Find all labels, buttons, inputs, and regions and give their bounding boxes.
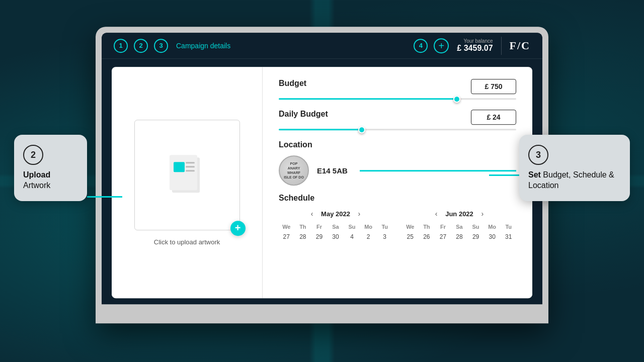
may-day-2[interactable]: 2 [361, 232, 376, 242]
may-day-30[interactable]: 30 [328, 232, 344, 242]
jun-col-th: Th [419, 223, 435, 231]
jun-col-su: Su [468, 223, 484, 231]
may-day-27[interactable]: 27 [279, 232, 294, 242]
location-row: POPANARYWHARFISLE OF DO E14 5AB [279, 155, 516, 186]
balance-label: Your balance [457, 38, 493, 44]
daily-budget-value[interactable]: £ 24 [471, 110, 516, 125]
jun-col-tu: Tu [501, 223, 516, 231]
upload-plus-icon[interactable]: + [230, 221, 246, 236]
may-next-btn[interactable]: › [354, 209, 364, 219]
document-icon [170, 155, 205, 195]
nav-divider [501, 37, 502, 55]
may-month-label: May 2022 [321, 210, 350, 218]
logo: F/C [510, 39, 530, 52]
left-panel: + Click to upload artwork [112, 67, 263, 298]
may-header: ‹ May 2022 › [279, 209, 392, 219]
may-col-su: Su [344, 223, 360, 231]
top-nav: 1 2 3 Campaign details 4 + Your balance … [102, 33, 542, 59]
daily-budget-row: Daily Budget £ 24 [279, 110, 516, 125]
may-day-29[interactable]: 29 [311, 232, 327, 242]
budget-title: Budget [279, 79, 306, 88]
doc-page-front [170, 155, 197, 190]
jun-calendar: ‹ Jun 2022 › We Th Fr Sa Su Mo [403, 209, 516, 242]
badge-3-text: Budget, Schedule & Location [528, 170, 614, 190]
connector-right [489, 174, 519, 176]
map-text: POPANARYWHARFISLE OF DO [284, 161, 304, 179]
budget-slider-fill [279, 98, 457, 100]
schedule-title: Schedule [279, 194, 516, 203]
nav-right: + Your balance £ 3459.07 F/C [434, 37, 530, 55]
step-4[interactable]: 4 [414, 39, 428, 53]
jun-col-we: We [403, 223, 418, 231]
budget-row: Budget £ 750 [279, 79, 516, 94]
badge-2-text: Artwork [23, 181, 50, 190]
schedule-section: Schedule ‹ May 2022 › We Th [279, 194, 516, 242]
badge-upload-artwork: 2 Upload Artwork [14, 135, 87, 201]
budget-slider-track[interactable] [279, 98, 516, 100]
jun-col-sa: Sa [452, 223, 467, 231]
postcode: E14 5AB [317, 166, 348, 175]
jun-day-31[interactable]: 31 [501, 232, 516, 242]
daily-budget-title: Daily Budget [279, 110, 328, 119]
location-title: Location [279, 140, 516, 149]
badge-2-bold: Upload [23, 170, 50, 179]
step-3-active[interactable]: 3 [154, 39, 168, 53]
jun-day-30[interactable]: 30 [485, 232, 500, 242]
location-line [360, 170, 516, 171]
jun-day-25[interactable]: 25 [403, 232, 418, 242]
may-grid: We Th Fr Sa Su Mo Tu 27 28 29 30 [279, 223, 392, 242]
jun-header: ‹ Jun 2022 › [403, 209, 516, 219]
jun-day-26[interactable]: 26 [419, 232, 435, 242]
jun-prev-btn[interactable]: ‹ [431, 209, 441, 219]
budget-slider-container [279, 98, 516, 100]
jun-day-29[interactable]: 29 [468, 232, 484, 242]
calendars-row: ‹ May 2022 › We Th Fr Sa Su Mo [279, 209, 516, 242]
jun-day-28[interactable]: 28 [452, 232, 467, 242]
right-panel: Budget £ 750 Daily Budget £ 24 [263, 67, 532, 298]
step-1[interactable]: 1 [114, 39, 128, 53]
badge-set-budget: 3 Set Budget, Schedule & Location [519, 135, 630, 201]
main-content: + Click to upload artwork Budget £ 750 [112, 67, 532, 298]
badge-2-title: Upload Artwork [23, 170, 78, 191]
doc-blue-block [174, 162, 185, 172]
badge-3-title: Set Budget, Schedule & Location [528, 170, 621, 191]
step-label: Campaign details [176, 42, 408, 50]
laptop-screen: 1 2 3 Campaign details 4 + Your balance … [102, 33, 542, 304]
jun-next-btn[interactable]: › [477, 209, 488, 219]
jun-col-fr: Fr [435, 223, 451, 231]
jun-grid: We Th Fr Sa Su Mo Tu 25 26 27 28 [403, 223, 516, 242]
badge-3-number: 3 [528, 145, 548, 165]
laptop-shell: 1 2 3 Campaign details 4 + Your balance … [96, 27, 548, 323]
step-2[interactable]: 2 [134, 39, 148, 53]
daily-budget-slider-fill [279, 129, 362, 130]
may-col-tu: Tu [377, 223, 392, 231]
jun-month-label: Jun 2022 [445, 210, 473, 218]
may-day-3[interactable]: 3 [377, 232, 392, 242]
may-calendar: ‹ May 2022 › We Th Fr Sa Su Mo [279, 209, 392, 242]
jun-day-27[interactable]: 27 [435, 232, 451, 242]
map-badge: POPANARYWHARFISLE OF DO [279, 155, 309, 186]
may-col-sa: Sa [328, 223, 344, 231]
balance-amount: £ 3459.07 [457, 44, 493, 53]
may-day-4[interactable]: 4 [344, 232, 360, 242]
badge-2-number: 2 [23, 145, 43, 165]
balance-block: Your balance £ 3459.07 [457, 38, 493, 53]
may-col-fr: Fr [311, 223, 327, 231]
badge-3-bold: Set [528, 170, 541, 179]
may-prev-btn[interactable]: ‹ [307, 209, 317, 219]
daily-budget-slider-container [279, 129, 516, 130]
doc-lines [186, 162, 195, 171]
daily-budget-slider-thumb[interactable] [358, 126, 365, 133]
may-col-mo: Mo [361, 223, 376, 231]
budget-value[interactable]: £ 750 [471, 79, 516, 94]
add-button[interactable]: + [434, 38, 449, 53]
may-day-28[interactable]: 28 [295, 232, 311, 242]
upload-zone[interactable]: + [134, 120, 240, 230]
may-col-we: We [279, 223, 294, 231]
upload-text: Click to upload artwork [154, 238, 220, 246]
connector-left [87, 196, 122, 198]
jun-col-mo: Mo [485, 223, 500, 231]
daily-budget-slider-track[interactable] [279, 129, 516, 130]
may-col-th: Th [295, 223, 311, 231]
budget-slider-thumb[interactable] [453, 96, 460, 103]
